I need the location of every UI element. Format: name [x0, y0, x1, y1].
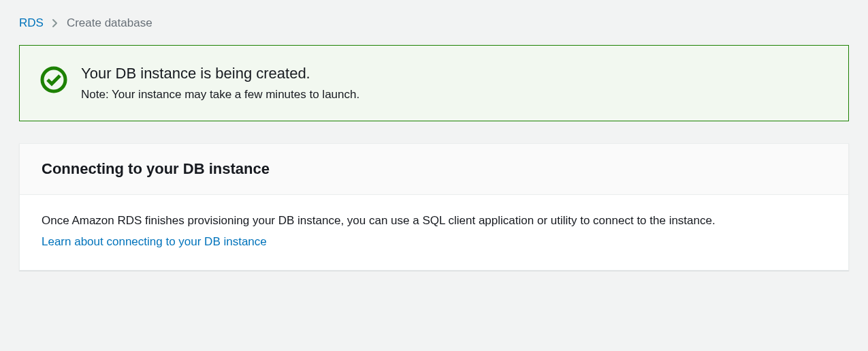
learn-connecting-link[interactable]: Learn about connecting to your DB instan… — [42, 232, 267, 251]
alert-title: Your DB instance is being created. — [81, 65, 829, 82]
panel-title: Connecting to your DB instance — [42, 160, 826, 178]
alert-note: Note: Your instance may take a few minut… — [81, 88, 829, 102]
connecting-panel: Connecting to your DB instance Once Amaz… — [19, 143, 849, 271]
check-circle-icon — [40, 66, 67, 96]
breadcrumb: RDS Create database — [0, 0, 868, 38]
success-alert: Your DB instance is being created. Note:… — [19, 45, 849, 121]
breadcrumb-link-rds[interactable]: RDS — [19, 16, 44, 30]
chevron-right-icon — [52, 18, 59, 28]
panel-header: Connecting to your DB instance — [20, 144, 848, 195]
panel-description: Once Amazon RDS finishes provisioning yo… — [42, 211, 826, 230]
breadcrumb-current: Create database — [67, 16, 152, 30]
panel-body: Once Amazon RDS finishes provisioning yo… — [20, 195, 848, 270]
